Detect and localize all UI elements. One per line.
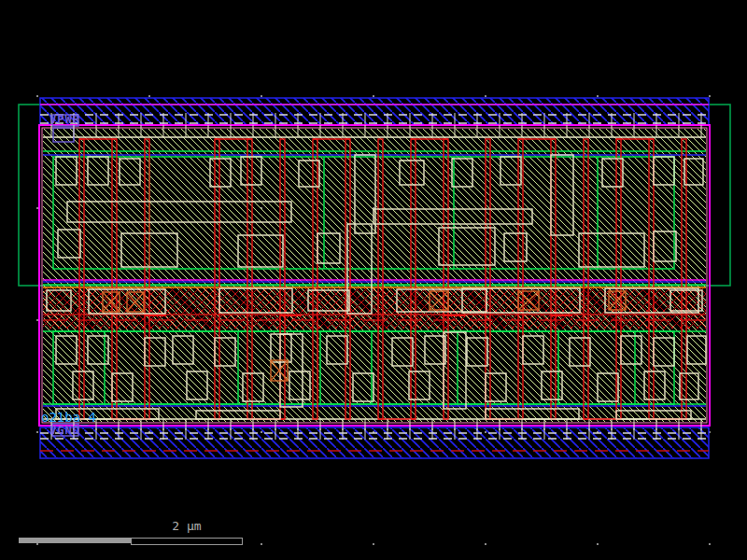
vpwr-pin-label: VPWR [49,114,80,125]
grid-dot [36,207,38,209]
vpwr-rail-rect [40,98,709,125]
grid-dot [36,543,38,545]
grid-dot [261,543,262,545]
grid-dot [36,431,38,433]
vgnd-rail-rect [40,427,709,458]
scale-bar-solid-segment [19,538,131,543]
layout-viewer-window: VPWR o21ba_4 VGND 2 µm [0,0,747,560]
cell-name-label: o21ba_4 [41,411,96,424]
scale-bar-hollow-segment [131,538,243,545]
grid-dot [485,543,486,545]
grid-dot [36,95,38,97]
grid-dot [485,95,486,97]
grid-dot [36,319,38,321]
vgnd-pin-label: VGND [49,425,80,436]
substrate-hatch-rect [43,129,706,422]
scale-value-label: 2 µm [131,520,243,532]
layout-canvas[interactable] [0,0,747,560]
grid-dot [373,95,374,97]
grid-dot [597,95,599,97]
substrate-hatch [43,129,706,422]
grid-dot [148,95,150,97]
grid-dot [709,543,711,545]
grid-dot [709,95,711,97]
grid-dot [373,543,374,545]
grid-dot [597,543,599,545]
grid-dot [261,95,262,97]
